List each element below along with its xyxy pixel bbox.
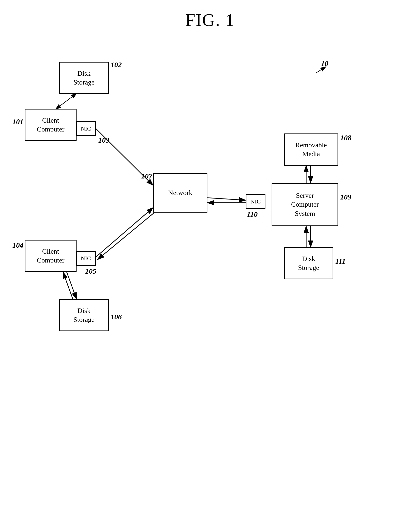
svg-line-8 <box>98 213 154 260</box>
removable-media-box: RemovableMedia <box>284 133 338 166</box>
server-computer-box: ServerComputerSystem <box>272 183 338 226</box>
svg-line-13 <box>67 272 77 299</box>
ref-103: 103 <box>98 136 109 144</box>
network-box: Network <box>153 173 207 213</box>
ref-111: 111 <box>335 257 346 265</box>
client-computer-top-box: ClientComputer <box>25 109 77 141</box>
svg-line-7 <box>96 208 153 257</box>
client-computer-bottom-box: ClientComputer <box>25 240 77 272</box>
ref-104: 104 <box>12 241 23 249</box>
disk-storage-bottom-box: DiskStorage <box>59 299 109 331</box>
ref-107: 107 <box>141 172 152 180</box>
nic-bottom-box: NIC <box>76 251 96 266</box>
ref-109: 109 <box>340 193 351 201</box>
svg-line-14 <box>63 272 73 299</box>
nic-top-box: NIC <box>76 121 96 136</box>
ref-108: 108 <box>340 133 351 142</box>
ref-106: 106 <box>111 313 122 321</box>
nic-server-box: NIC <box>246 194 265 209</box>
ref-110: 110 <box>247 210 258 219</box>
diagram-arrows <box>0 30 420 519</box>
ref-102: 102 <box>111 61 122 69</box>
ref-101: 101 <box>12 117 23 126</box>
ref-105: 105 <box>85 267 96 275</box>
fig-title: FIG. 1 <box>0 0 420 30</box>
disk-storage-top-box: DiskStorage <box>59 62 109 94</box>
disk-storage-server-box: DiskStorage <box>284 247 333 279</box>
svg-line-5 <box>207 198 246 200</box>
svg-line-3 <box>56 93 77 109</box>
diagram-ref-label: 10 <box>321 59 328 68</box>
